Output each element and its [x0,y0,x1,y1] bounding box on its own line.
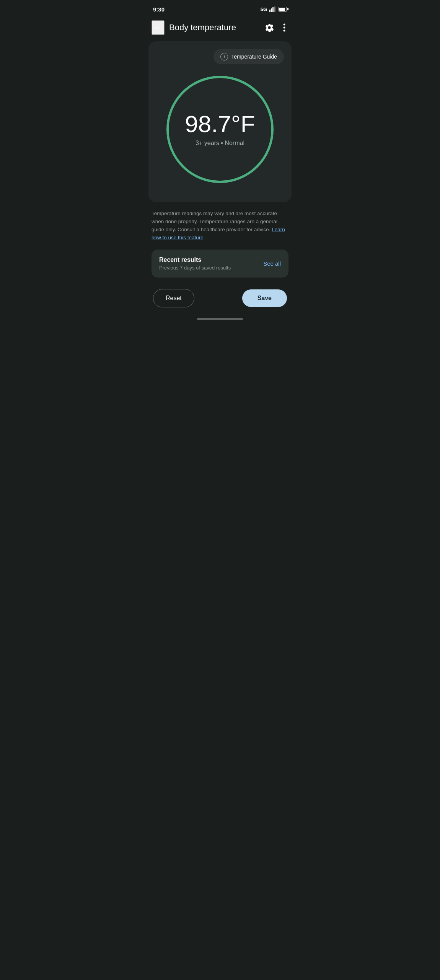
disclaimer-text: Temperature readings may vary and are mo… [152,210,288,242]
battery-icon [279,7,287,11]
more-vert-icon [283,23,285,32]
svg-rect-3 [274,7,275,12]
header-left: ← Body temperature [152,20,236,35]
recent-results-card: Recent results Previous 7 days of saved … [152,250,288,278]
app-header: ← Body temperature [145,17,295,41]
disclaimer-section: Temperature readings may vary and are mo… [145,202,295,248]
settings-button[interactable] [262,20,277,35]
network-label: 5G [261,7,267,12]
header-right [262,20,288,35]
recent-results-title: Recent results [159,256,231,263]
more-options-button[interactable] [280,20,288,35]
recent-results-info: Recent results Previous 7 days of saved … [159,256,231,271]
page-title: Body temperature [169,23,236,33]
temperature-value: 98.7°F [185,112,255,136]
main-card: i Temperature Guide 98.7°F 3+ years • No… [148,41,292,202]
svg-rect-0 [269,10,271,12]
temperature-guide-label: Temperature Guide [231,54,277,60]
temperature-circle: 98.7°F 3+ years • Normal [166,76,274,183]
status-bar: 9:30 5G [145,0,295,17]
recent-results-subtitle: Previous 7 days of saved results [159,265,231,271]
reset-button[interactable]: Reset [153,289,194,307]
see-all-button[interactable]: See all [263,260,281,267]
status-time: 9:30 [153,6,165,13]
svg-point-5 [284,24,285,26]
bottom-actions: Reset Save [145,278,295,315]
gear-icon [265,23,274,32]
status-icons: 5G [261,7,287,12]
svg-point-7 [284,30,285,32]
svg-point-6 [284,27,285,29]
temperature-guide-button[interactable]: i Temperature Guide [213,49,284,64]
svg-rect-2 [272,7,274,12]
svg-rect-4 [275,7,276,12]
thermometer-display: 98.7°F 3+ years • Normal [155,76,285,183]
svg-rect-1 [271,8,272,12]
info-icon: i [220,53,228,60]
home-indicator [197,318,243,320]
temperature-subtitle: 3+ years • Normal [196,140,244,147]
signal-icon [269,7,276,12]
save-button[interactable]: Save [242,289,287,307]
back-button[interactable]: ← [152,20,165,35]
